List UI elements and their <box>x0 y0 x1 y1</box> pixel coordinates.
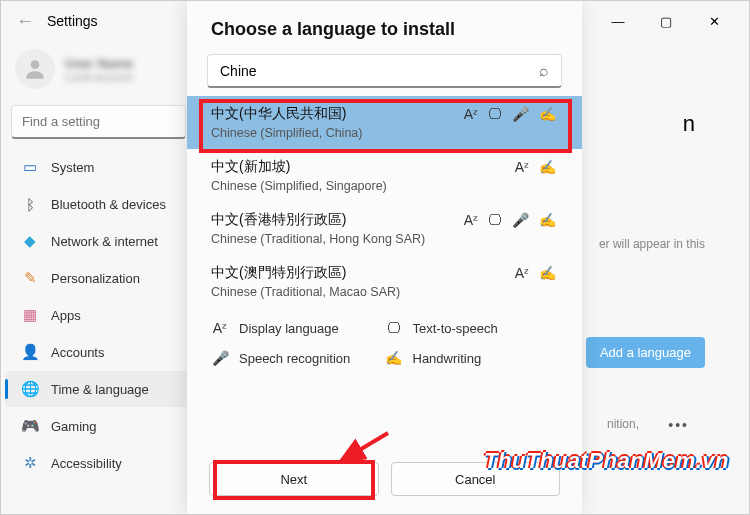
legend-speech: 🎤Speech recognition <box>211 350 385 366</box>
settings-search[interactable]: ⌕ <box>11 105 186 139</box>
text-to-speech-icon: 🖵 <box>385 320 403 336</box>
legend-handwriting: ✍Handwriting <box>385 350 559 366</box>
minimize-button[interactable]: — <box>595 5 641 37</box>
nav-label: Time & language <box>51 382 149 397</box>
language-option[interactable]: 中文(新加坡)Chinese (Simplified, Singapore)Aᶻ… <box>187 149 582 202</box>
nav-list: ▭SystemᛒBluetooth & devices◆Network & in… <box>1 149 196 481</box>
profile-name: User Name <box>65 56 133 71</box>
language-option[interactable]: 中文(中华人民共和国)Chinese (Simplified, China)Aᶻ… <box>187 96 582 149</box>
speech-icon: 🎤 <box>512 212 529 228</box>
legend-tts-label: Text-to-speech <box>413 321 498 336</box>
speech-icon: 🎤 <box>512 106 529 122</box>
sidebar-item-network-internet[interactable]: ◆Network & internet <box>5 223 192 259</box>
cancel-button[interactable]: Cancel <box>391 462 561 496</box>
language-option[interactable]: 中文(香港特別行政區)Chinese (Traditional, Hong Ko… <box>187 202 582 255</box>
dialog-title: Choose a language to install <box>187 19 582 54</box>
language-list: 中文(中华人民共和国)Chinese (Simplified, China)Aᶻ… <box>187 96 582 308</box>
display-icon: Aᶻ <box>515 159 529 175</box>
add-language-button[interactable]: Add a language <box>586 337 705 368</box>
nav-label: Apps <box>51 308 81 323</box>
language-english-name: Chinese (Simplified, Singapore) <box>211 179 558 193</box>
nav-label: Network & internet <box>51 234 158 249</box>
language-feature-icons: Aᶻ🖵🎤✍ <box>464 106 556 122</box>
language-feature-icons: Aᶻ✍ <box>515 265 556 281</box>
language-install-dialog: Choose a language to install ⌕ 中文(中华人民共和… <box>187 1 582 515</box>
speech-recognition-icon: 🎤 <box>211 350 229 366</box>
window-controls: — ▢ ✕ <box>595 5 737 37</box>
profile-sub: Local account <box>65 71 133 83</box>
nav-label: Accessibility <box>51 456 122 471</box>
profile-info: User Name Local account <box>65 56 133 83</box>
recognition-fragment: nition, <box>607 417 639 431</box>
language-native-name: 中文(新加坡) <box>211 158 558 176</box>
hand-icon: ✍ <box>539 265 556 281</box>
hand-icon: ✍ <box>539 106 556 122</box>
sidebar-item-accessibility[interactable]: ✲Accessibility <box>5 445 192 481</box>
legend-tts: 🖵Text-to-speech <box>385 320 559 336</box>
window-title: Settings <box>47 13 98 29</box>
legend-display-label: Display language <box>239 321 339 336</box>
nav-label: Accounts <box>51 345 104 360</box>
language-search[interactable]: ⌕ <box>207 54 562 88</box>
hint-text: er will appear in this <box>599 237 705 251</box>
nav-label: Bluetooth & devices <box>51 197 166 212</box>
hand-icon: ✍ <box>539 212 556 228</box>
handwriting-icon: ✍ <box>385 350 403 366</box>
svg-point-0 <box>31 60 40 69</box>
legend-handwriting-label: Handwriting <box>413 351 482 366</box>
language-english-name: Chinese (Traditional, Hong Kong SAR) <box>211 232 558 246</box>
more-options-button[interactable]: ••• <box>668 417 689 433</box>
feature-legend: AᶻDisplay language 🖵Text-to-speech 🎤Spee… <box>187 308 582 366</box>
language-feature-icons: Aᶻ✍ <box>515 159 556 175</box>
nav-label: System <box>51 160 94 175</box>
settings-search-input[interactable] <box>22 114 190 129</box>
nav-icon: 🎮 <box>21 417 39 435</box>
profile-block[interactable]: User Name Local account <box>1 45 196 105</box>
search-icon: ⌕ <box>539 62 549 80</box>
language-english-name: Chinese (Traditional, Macao SAR) <box>211 285 558 299</box>
maximize-button[interactable]: ▢ <box>643 5 689 37</box>
nav-label: Personalization <box>51 271 140 286</box>
nav-icon: ▭ <box>21 158 39 176</box>
language-feature-icons: Aᶻ🖵🎤✍ <box>464 212 556 228</box>
dialog-buttons: Next Cancel <box>187 444 582 515</box>
display-icon: Aᶻ <box>464 106 478 122</box>
nav-label: Gaming <box>51 419 97 434</box>
nav-icon: ✲ <box>21 454 39 472</box>
sidebar-item-personalization[interactable]: ✎Personalization <box>5 260 192 296</box>
sidebar-item-apps[interactable]: ▦Apps <box>5 297 192 333</box>
language-option[interactable]: 中文(澳門特別行政區)Chinese (Traditional, Macao S… <box>187 255 582 308</box>
language-english-name: Chinese (Simplified, China) <box>211 126 558 140</box>
legend-speech-label: Speech recognition <box>239 351 350 366</box>
nav-icon: 👤 <box>21 343 39 361</box>
tts-icon: 🖵 <box>488 212 502 228</box>
legend-display: AᶻDisplay language <box>211 320 385 336</box>
tts-icon: 🖵 <box>488 106 502 122</box>
next-button[interactable]: Next <box>209 462 379 496</box>
nav-icon: ᛒ <box>21 195 39 213</box>
sidebar: User Name Local account ⌕ ▭SystemᛒBlueto… <box>1 41 196 514</box>
close-button[interactable]: ✕ <box>691 5 737 37</box>
display-icon: Aᶻ <box>464 212 478 228</box>
display-language-icon: Aᶻ <box>211 320 229 336</box>
partial-heading: n <box>683 111 695 137</box>
nav-icon: ✎ <box>21 269 39 287</box>
nav-icon: ▦ <box>21 306 39 324</box>
sidebar-item-time-language[interactable]: 🌐Time & language <box>5 371 192 407</box>
sidebar-item-system[interactable]: ▭System <box>5 149 192 185</box>
back-button[interactable]: ← <box>13 9 37 33</box>
language-native-name: 中文(澳門特別行政區) <box>211 264 558 282</box>
sidebar-item-accounts[interactable]: 👤Accounts <box>5 334 192 370</box>
language-search-input[interactable] <box>220 63 539 79</box>
sidebar-item-bluetooth-devices[interactable]: ᛒBluetooth & devices <box>5 186 192 222</box>
sidebar-item-gaming[interactable]: 🎮Gaming <box>5 408 192 444</box>
nav-icon: 🌐 <box>21 380 39 398</box>
nav-icon: ◆ <box>21 232 39 250</box>
avatar <box>15 49 55 89</box>
display-icon: Aᶻ <box>515 265 529 281</box>
hand-icon: ✍ <box>539 159 556 175</box>
